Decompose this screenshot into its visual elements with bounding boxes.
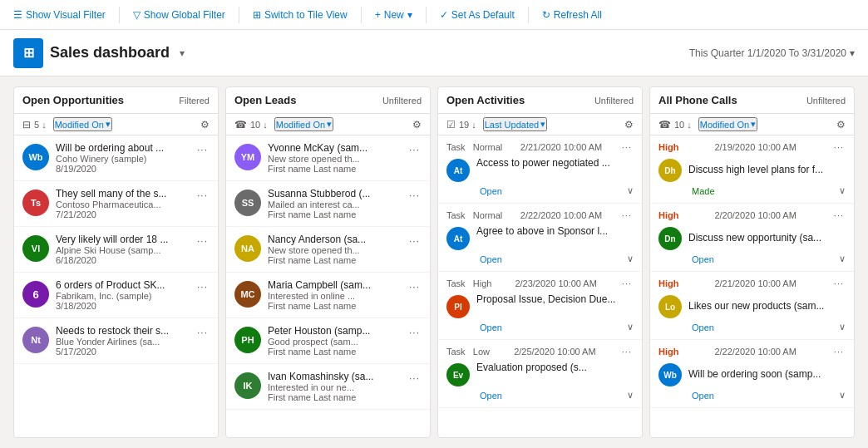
title-chevron-icon[interactable]: ▾ [180,47,185,59]
card-content: Needs to restock their s... Blue Yonder … [56,325,189,357]
more-options-icon[interactable]: ··· [407,188,422,203]
expand-icon[interactable]: ∨ [627,254,634,264]
list-item[interactable]: Task Normal 2/22/2020 10:00 AM ··· At Ag… [438,204,642,272]
show-global-filter-button[interactable]: ▽ Show Global Filter [126,6,232,24]
calls-filter-icon[interactable]: ⚙ [836,119,846,130]
more-options-icon[interactable]: ··· [195,188,210,203]
list-item[interactable]: Task Low 2/25/2020 10:00 AM ··· Ev Evalu… [438,340,642,408]
card-content: Very likely will order 18 ... Alpine Ski… [56,234,189,265]
set-default-button[interactable]: ✓ Set As Default [433,6,521,24]
avatar: Ev [446,363,470,386]
table-row[interactable]: Nt Needs to restock their s... Blue Yond… [14,318,218,364]
opportunities-sort-button[interactable]: Modified On ▾ [53,117,112,131]
table-row[interactable]: 6 6 orders of Product SK... Fabrikam, In… [14,273,218,318]
activity-title: Access to power negotiated ... [476,157,634,169]
priority-label: High [658,347,678,357]
list-item[interactable]: High 2/22/2020 10:00 AM ··· Wb Will be o… [650,340,854,408]
card-title: Will be ordering about ... [56,142,189,154]
phone-datetime: 2/20/2020 10:00 AM [714,210,796,220]
more-options-icon[interactable]: ··· [832,209,846,222]
refresh-button[interactable]: ↻ Refresh All [535,6,609,24]
date-range[interactable]: This Quarter 1/1/2020 To 3/31/2020 ▾ [689,47,855,59]
list-item[interactable]: High 2/21/2020 10:00 AM ··· Lo Likes our… [650,272,854,340]
list-item[interactable]: High 2/20/2020 10:00 AM ··· Dn Discuss n… [650,204,854,272]
more-options-icon[interactable]: ··· [407,142,422,157]
more-options-icon[interactable]: ··· [195,325,210,340]
activity-status: Open ∨ [446,386,634,402]
page-header: ⊞ Sales dashboard ▾ This Quarter 1/1/202… [0,30,868,76]
call-title: Will be ordering soon (samp... [688,368,846,380]
more-options-icon[interactable]: ··· [195,142,210,157]
expand-icon[interactable]: ∨ [839,185,846,196]
card-date: 6/18/2020 [56,255,189,265]
table-row[interactable]: NA Nancy Anderson (sa... New store opene… [226,227,430,273]
open-leads-status: Unfiltered [382,96,422,106]
sort-chevron-icon: ▾ [106,119,111,130]
table-row[interactable]: Wb Will be ordering about ... Coho Winer… [14,135,218,181]
table-row[interactable]: PH Peter Houston (samp... Good prospect … [226,318,430,364]
card-meta: First name Last name [268,347,401,357]
show-visual-filter-button[interactable]: ☰ Show Visual Filter [7,6,112,24]
open-leads-subheader: ☎ 10 ↓ Modified On ▾ ⚙ [226,114,430,135]
opportunities-filter-icon[interactable]: ⚙ [200,119,210,130]
expand-icon[interactable]: ∨ [627,185,634,196]
more-options-icon[interactable]: ··· [620,345,634,358]
separator-2 [239,7,239,23]
calls-sort-button[interactable]: Modified On ▾ [698,117,757,131]
more-options-icon[interactable]: ··· [620,277,634,290]
more-options-icon[interactable]: ··· [195,279,210,294]
expand-icon[interactable]: ∨ [839,322,846,332]
sort-chevron-icon: ▾ [540,119,545,130]
leads-filter-icon[interactable]: ⚙ [412,119,422,130]
table-row[interactable]: YM Yvonne McKay (sam... New store opened… [226,135,430,181]
more-options-icon[interactable]: ··· [620,140,634,154]
grid-icon: ⊟ [22,119,31,130]
status-label: Made [692,186,715,196]
activity-title: Agree to above in Sponsor l... [476,225,634,237]
card-title: Needs to restock their s... [56,325,189,337]
table-row[interactable]: SS Susanna Stubberod (... Mailed an inte… [226,181,430,227]
avatar: Wb [22,144,49,170]
more-options-icon[interactable]: ··· [407,279,422,294]
list-item[interactable]: Task Normal 2/21/2020 10:00 AM ··· At Ac… [438,135,642,204]
set-default-label: Set As Default [451,9,515,21]
open-activities-subheader: ☑ 19 ↓ Last Updated ▾ ⚙ [438,114,642,135]
expand-icon[interactable]: ∨ [627,322,634,332]
expand-icon[interactable]: ∨ [839,390,846,401]
more-options-icon[interactable]: ··· [832,140,846,154]
more-options-icon[interactable]: ··· [407,325,422,340]
avatar: Wb [658,363,682,386]
expand-icon[interactable]: ∨ [839,254,846,264]
avatar: Nt [22,327,49,353]
table-row[interactable]: Ts They sell many of the s... Contoso Ph… [14,181,218,227]
more-options-icon[interactable]: ··· [832,345,846,358]
list-item[interactable]: Task High 2/23/2020 10:00 AM ··· Pl Prop… [438,272,642,340]
more-options-icon[interactable]: ··· [407,371,422,386]
leads-sort-button[interactable]: Modified On ▾ [274,117,333,131]
more-options-icon[interactable]: ··· [407,234,422,249]
activities-sort-button[interactable]: Last Updated ▾ [483,117,547,131]
new-button[interactable]: + New ▾ [368,6,419,24]
expand-icon[interactable]: ∨ [627,390,634,401]
table-row[interactable]: MC Maria Campbell (sam... Interested in … [226,273,430,318]
separator-3 [361,7,362,23]
all-phone-calls-subheader: ☎ 10 ↓ Modified On ▾ ⚙ [650,114,854,135]
card-content: Maria Campbell (sam... Interested in onl… [268,279,401,311]
activities-filter-icon[interactable]: ⚙ [624,119,634,130]
header-left: ⊞ Sales dashboard ▾ [13,38,185,68]
table-row[interactable]: Vl Very likely will order 18 ... Alpine … [14,227,218,273]
more-options-icon[interactable]: ··· [195,234,210,249]
call-status: Open ∨ [658,318,846,334]
list-item[interactable]: High 2/19/2020 10:00 AM ··· Dh Discuss h… [650,135,854,204]
avatar: Pl [446,295,470,318]
tile-view-label: Switch to Tile View [264,9,348,21]
more-options-icon[interactable]: ··· [832,277,846,290]
sort-label: Modified On [700,120,749,130]
more-options-icon[interactable]: ··· [620,209,634,222]
switch-tile-view-button[interactable]: ⊞ Switch to Tile View [246,6,354,24]
activity-body: Ev Evaluation proposed (s... [446,362,634,386]
avatar: MC [234,281,261,308]
new-chevron-icon: ▾ [407,9,412,21]
table-row[interactable]: IK Ivan Komashinsky (sa... Interested in… [226,364,430,410]
card-subtitle: New store opened th... [268,154,401,164]
